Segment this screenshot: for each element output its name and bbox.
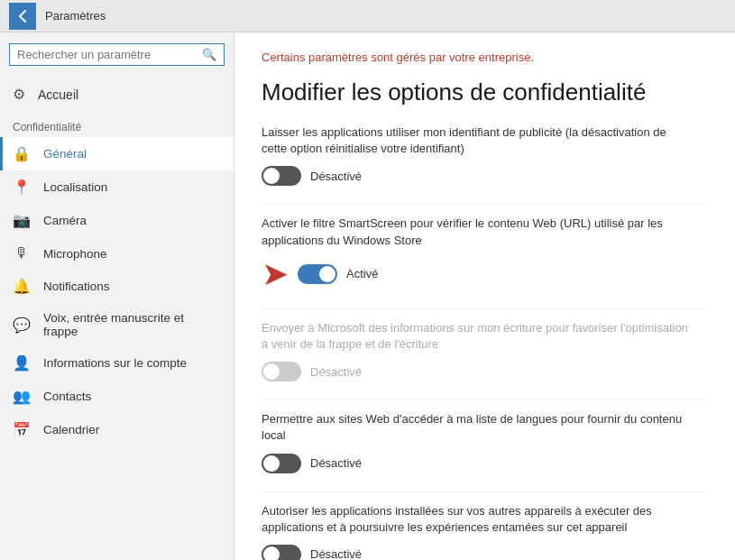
main-container: 🔍 ⚙ Accueil Confidentialité 🔒 Général 📍 … (0, 32, 735, 560)
sidebar-item-label-notifications: Notifications (43, 280, 110, 293)
red-arrow-icon: ➤ (262, 258, 289, 290)
toggle-knob-ecriture (263, 363, 280, 380)
sidebar-item-label-voix: Voix, entrée manuscrite et frappe (43, 311, 221, 338)
setting-smartscreen: Activer le filtre SmartScreen pour vérif… (262, 216, 708, 289)
arrow-toggle-row: ➤ Activé (262, 258, 708, 290)
toggle-row-pub-id: Désactivé (262, 166, 708, 186)
toggle-label-smartscreen: Activé (346, 267, 378, 280)
notifications-icon: 🔔 (13, 278, 31, 295)
search-box[interactable]: 🔍 (9, 43, 225, 66)
sidebar-item-camera[interactable]: 📷 Caméra (0, 204, 234, 237)
sidebar-item-general[interactable]: 🔒 Général (0, 137, 234, 170)
sidebar-item-label-calendrier: Calendrier (43, 423, 99, 436)
sidebar-item-localisation[interactable]: 📍 Localisation (0, 170, 234, 204)
content-area: Certains paramètres sont gérés par votre… (234, 32, 735, 560)
sidebar-item-notifications[interactable]: 🔔 Notifications (0, 270, 234, 303)
title-bar: Paramètres (0, 0, 735, 32)
divider-3 (262, 399, 708, 400)
sidebar-item-calendrier[interactable]: 📅 Calendrier (0, 413, 234, 446)
sidebar-item-compte[interactable]: 👤 Informations sur le compte (0, 346, 234, 380)
microphone-icon: 🎙 (13, 245, 31, 262)
divider-1 (262, 204, 708, 205)
home-icon: ⚙ (13, 86, 25, 103)
sidebar-item-label-general: Général (43, 147, 87, 161)
contacts-icon: 👥 (13, 388, 31, 405)
toggle-smartscreen[interactable] (298, 264, 337, 284)
toggle-ecriture (262, 362, 301, 381)
toggle-pub-id[interactable] (262, 166, 301, 186)
search-icon: 🔍 (202, 48, 216, 61)
setting-pub-id-description: Laisser les applications utiliser mon id… (262, 124, 694, 157)
sidebar-item-microphone[interactable]: 🎙 Microphone (0, 237, 234, 270)
sidebar-item-contacts[interactable]: 👥 Contacts (0, 380, 234, 413)
toggle-knob-appareils (263, 546, 280, 560)
toggle-knob-smartscreen (319, 266, 335, 282)
sidebar-item-label-compte: Informations sur le compte (43, 356, 187, 370)
enterprise-notice: Certains paramètres sont gérés par votre… (262, 50, 708, 64)
sidebar-item-label-microphone: Microphone (43, 247, 107, 261)
sidebar-home-label: Accueil (38, 87, 78, 102)
location-icon: 📍 (13, 179, 31, 196)
toggle-row-langues: Désactivé (262, 454, 708, 473)
toggle-langues[interactable] (262, 454, 301, 473)
setting-langues-description: Permettre aux sites Web d'accéder à ma l… (262, 411, 694, 444)
sidebar: 🔍 ⚙ Accueil Confidentialité 🔒 Général 📍 … (0, 32, 234, 560)
sidebar-item-home[interactable]: ⚙ Accueil (0, 77, 234, 112)
toggle-knob-pub-id (263, 168, 280, 184)
camera-icon: 📷 (13, 212, 31, 229)
account-icon: 👤 (13, 354, 31, 372)
search-input[interactable] (17, 48, 202, 61)
toggle-label-pub-id: Désactivé (310, 170, 362, 183)
sidebar-item-label-camera: Caméra (43, 214, 87, 227)
back-button[interactable] (9, 3, 36, 30)
voice-icon: 💬 (13, 317, 31, 334)
toggle-label-ecriture: Désactivé (310, 365, 362, 379)
toggle-label-appareils: Désactivé (310, 547, 362, 560)
divider-2 (262, 308, 708, 309)
calendar-icon: 📅 (13, 421, 31, 438)
toggle-label-langues: Désactivé (310, 456, 362, 470)
setting-smartscreen-description: Activer le filtre SmartScreen pour vérif… (262, 216, 694, 248)
toggle-row-appareils: Désactivé (262, 545, 708, 560)
sidebar-section-label: Confidentialité (0, 112, 234, 137)
divider-4 (262, 491, 708, 492)
sidebar-item-label-localisation: Localisation (43, 180, 107, 194)
toggle-knob-langues (263, 455, 280, 472)
window-title: Paramètres (45, 9, 106, 23)
setting-pub-id: Laisser les applications utiliser mon id… (262, 124, 708, 186)
general-icon: 🔒 (13, 145, 31, 162)
setting-appareils-description: Autoriser les applications installées su… (262, 503, 694, 536)
toggle-row-ecriture: Désactivé (262, 362, 708, 381)
sidebar-item-voix[interactable]: 💬 Voix, entrée manuscrite et frappe (0, 303, 234, 346)
setting-appareils: Autoriser les applications installées su… (262, 503, 708, 561)
toggle-appareils[interactable] (262, 545, 301, 560)
setting-ecriture-description: Envoyer à Microsoft des informations sur… (262, 320, 694, 353)
setting-ecriture: Envoyer à Microsoft des informations sur… (262, 320, 708, 381)
sidebar-item-label-contacts: Contacts (43, 390, 91, 403)
page-title: Modifier les options de confidentialité (262, 78, 708, 106)
setting-langues: Permettre aux sites Web d'accéder à ma l… (262, 411, 708, 473)
